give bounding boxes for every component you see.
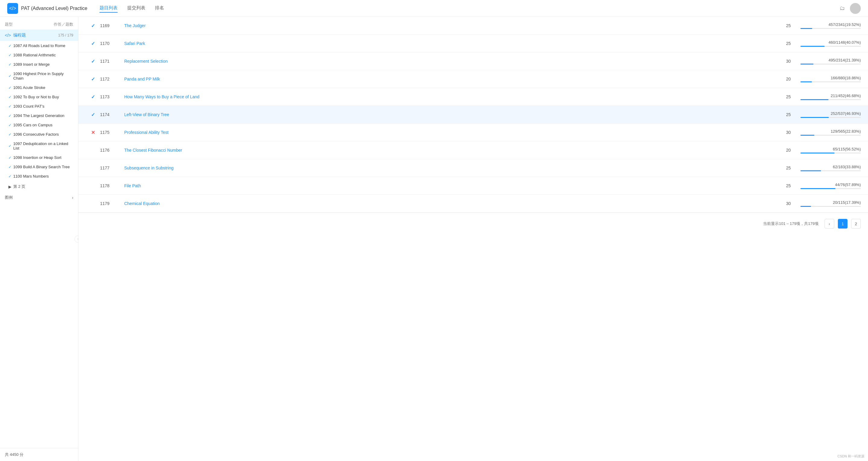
category-icon: </> bbox=[5, 33, 11, 38]
logo-icon: </> bbox=[7, 3, 18, 14]
legend-expand-icon: › bbox=[72, 195, 73, 200]
problem-stats: 166/880(18.86%) bbox=[801, 76, 861, 82]
problem-id: 1178 bbox=[100, 183, 124, 188]
sidebar-item-label: 1093 Count PAT's bbox=[13, 104, 44, 109]
problem-link[interactable]: How Many Ways to Buy a Piece of Land bbox=[124, 94, 199, 99]
legend-section[interactable]: 图例 › bbox=[0, 192, 78, 203]
problem-title[interactable]: The Closest Fibonacci Number bbox=[124, 148, 776, 153]
stats-text: 20/115(17.39%) bbox=[833, 200, 861, 205]
problem-score: 25 bbox=[776, 94, 801, 99]
page-2-button[interactable]: 2 bbox=[851, 219, 861, 228]
problem-link[interactable]: The Judger bbox=[124, 23, 146, 28]
sidebar-item-label: 1088 Rational Arithmetic bbox=[13, 53, 56, 57]
stats-bar-fill bbox=[801, 28, 812, 29]
stats-bar bbox=[801, 46, 861, 47]
problem-stats: 129/565(22.83%) bbox=[801, 129, 861, 136]
check-icon: ✓ bbox=[91, 76, 95, 82]
table-row: ✓1169The Judger25 457/2341(19.52%) bbox=[79, 17, 868, 35]
problem-title[interactable]: Replacement Selection bbox=[124, 59, 776, 64]
problem-link[interactable]: The Closest Fibonacci Number bbox=[124, 148, 182, 153]
problem-title[interactable]: File Path bbox=[124, 183, 776, 188]
sidebar-category-programming[interactable]: </> 编程题 175 / 179 bbox=[0, 30, 78, 41]
sidebar-item-label: 1099 Build A Binary Search Tree bbox=[13, 165, 70, 169]
category-count: 175 / 179 bbox=[58, 33, 73, 37]
sidebar-item-1090[interactable]: ✓1090 Highest Price in Supply Chain bbox=[0, 69, 78, 83]
sidebar-type-header: 题型 bbox=[5, 22, 13, 27]
sidebar-item-label: 1089 Insert or Merge bbox=[13, 62, 50, 67]
problem-score: 30 bbox=[776, 130, 801, 135]
page-1-button[interactable]: 1 bbox=[838, 219, 847, 228]
sidebar-item-1098[interactable]: ✓1098 Insertion or Heap Sort bbox=[0, 153, 78, 162]
sidebar-item-label: 1090 Highest Price in Supply Chain bbox=[13, 71, 73, 81]
problem-id: 1170 bbox=[100, 41, 124, 46]
problem-id: 1174 bbox=[100, 112, 124, 117]
sidebar-item-1089[interactable]: ✓1089 Insert or Merge bbox=[0, 60, 78, 69]
sidebar-item-1100[interactable]: ✓1100 Mars Numbers bbox=[0, 172, 78, 181]
problem-title[interactable]: Professional Ability Test bbox=[124, 130, 776, 135]
problem-link[interactable]: File Path bbox=[124, 183, 141, 188]
nav-item-题目列表[interactable]: 题目列表 bbox=[99, 4, 118, 13]
problem-link[interactable]: Safari Park bbox=[124, 41, 145, 46]
problem-stats: 65/115(56.52%) bbox=[801, 147, 861, 153]
briefcase-icon[interactable]: 🗂 bbox=[840, 5, 845, 11]
sidebar-item-label: 1091 Acute Stroke bbox=[13, 85, 45, 90]
stats-bar-fill bbox=[801, 82, 812, 82]
problem-score: 25 bbox=[776, 23, 801, 28]
stats-text: 457/2341(19.52%) bbox=[829, 22, 861, 27]
sidebar-item-1091[interactable]: ✓1091 Acute Stroke bbox=[0, 83, 78, 92]
table-row: ✓1171Replacement Selection30 495/2314(21… bbox=[79, 53, 868, 70]
problem-link[interactable]: Chemical Equation bbox=[124, 201, 160, 206]
sidebar-item-1092[interactable]: ✓1092 To Buy or Not to Buy bbox=[0, 92, 78, 102]
watermark: CSDN 和一码资源 bbox=[838, 454, 864, 459]
sidebar-item-1095[interactable]: ✓1095 Cars on Campus bbox=[0, 120, 78, 130]
problem-score: 30 bbox=[776, 201, 801, 206]
table-row: 1177Subsequence in Substring25 62/183(33… bbox=[79, 159, 868, 177]
problem-title[interactable]: The Judger bbox=[124, 23, 776, 28]
stats-bar bbox=[801, 206, 861, 207]
avatar[interactable] bbox=[850, 3, 861, 14]
check-icon: ✓ bbox=[8, 165, 11, 169]
problem-score: 25 bbox=[776, 41, 801, 46]
prev-page-button[interactable]: ‹ bbox=[825, 219, 834, 228]
stats-bar-fill bbox=[801, 135, 814, 136]
problem-title[interactable]: Left-View of Binary Tree bbox=[124, 112, 776, 117]
problem-link[interactable]: Left-View of Binary Tree bbox=[124, 112, 169, 117]
check-icon: ✓ bbox=[91, 112, 95, 117]
sidebar-item-1088[interactable]: ✓1088 Rational Arithmetic bbox=[0, 50, 78, 60]
sidebar-item-1087[interactable]: ✓1087 All Roads Lead to Rome bbox=[0, 41, 78, 50]
stats-text: 166/880(18.86%) bbox=[831, 76, 861, 80]
problem-title[interactable]: Subsequence in Substring bbox=[124, 165, 776, 171]
stats-bar-fill bbox=[801, 171, 821, 171]
sidebar-item-1097[interactable]: ✓1097 Deduplication on a Linked List bbox=[0, 139, 78, 153]
nav-item-提交列表[interactable]: 提交列表 bbox=[127, 4, 145, 13]
sidebar-page2[interactable]: ▶ 第 2 页 bbox=[0, 181, 78, 192]
sidebar-item-label: 1097 Deduplication on a Linked List bbox=[13, 142, 73, 150]
sidebar-item-1096[interactable]: ✓1096 Consecutive Factors bbox=[0, 130, 78, 139]
problem-score: 25 bbox=[776, 165, 801, 171]
problem-id: 1173 bbox=[100, 94, 124, 99]
problem-title[interactable]: How Many Ways to Buy a Piece of Land bbox=[124, 94, 776, 99]
legend-label: 图例 bbox=[5, 195, 13, 200]
status-col: ✓ bbox=[86, 112, 100, 118]
problem-title[interactable]: Panda and PP Milk bbox=[124, 76, 776, 82]
sidebar-item-1093[interactable]: ✓1093 Count PAT's bbox=[0, 102, 78, 111]
table-row: ✓1172Panda and PP Milk20 166/880(18.86%) bbox=[79, 70, 868, 88]
status-col: ✓ bbox=[86, 23, 100, 29]
stats-bar-fill bbox=[801, 64, 813, 64]
sidebar-item-1099[interactable]: ✓1099 Build A Binary Search Tree bbox=[0, 162, 78, 172]
problem-title[interactable]: Safari Park bbox=[124, 41, 776, 46]
problem-link[interactable]: Panda and PP Milk bbox=[124, 76, 160, 82]
problem-score: 25 bbox=[776, 183, 801, 188]
header-logo: </> PAT (Advanced Level) Practice bbox=[7, 3, 87, 14]
sidebar-collapse-button[interactable]: ‹ bbox=[74, 236, 79, 243]
problem-stats: 20/115(17.39%) bbox=[801, 200, 861, 207]
nav-item-排名[interactable]: 排名 bbox=[155, 4, 164, 13]
header-nav: 题目列表提交列表排名 bbox=[99, 4, 840, 13]
problem-link[interactable]: Professional Ability Test bbox=[124, 130, 168, 135]
problem-title[interactable]: Chemical Equation bbox=[124, 201, 776, 206]
stats-bar-fill bbox=[801, 188, 835, 189]
problem-id: 1179 bbox=[100, 201, 124, 206]
problem-link[interactable]: Subsequence in Substring bbox=[124, 165, 173, 171]
sidebar-item-1094[interactable]: ✓1094 The Largest Generation bbox=[0, 111, 78, 120]
problem-link[interactable]: Replacement Selection bbox=[124, 59, 167, 64]
